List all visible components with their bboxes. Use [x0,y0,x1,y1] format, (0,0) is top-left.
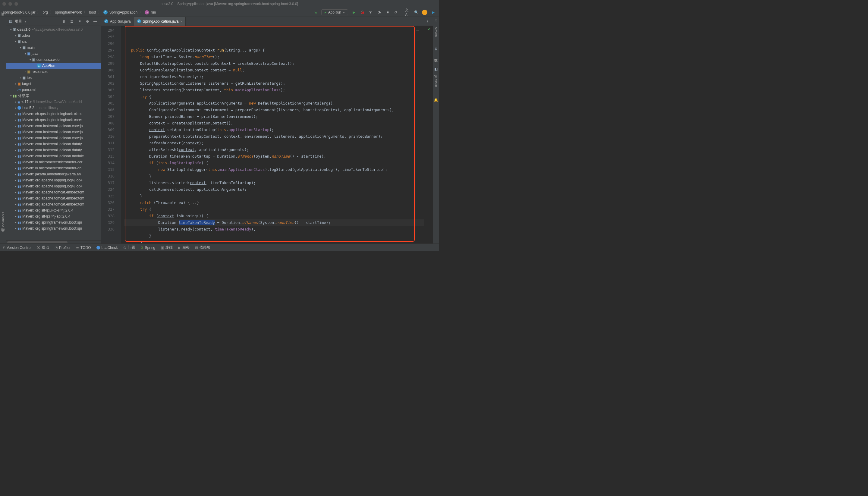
tree-lib[interactable]: ▸▮▮Maven: com.fasterxml.jackson.core:ja [6,135,101,141]
expand-all-icon[interactable]: ≣ [69,19,75,24]
tool-endpoints[interactable]: ⦿端点 [37,245,49,250]
tool-terminal[interactable]: ▣终端 [161,245,173,250]
search-icon[interactable]: 🔍 [414,10,419,15]
fold-gutter[interactable] [117,26,121,244]
left-tool-strip: 项目 Bookmarks 结构 [0,17,6,244]
stop-icon[interactable]: ■ [385,10,390,15]
tree-lib[interactable]: ▸▮▮Maven: io.micrometer:micrometer-cor [6,159,101,165]
strip-jclasslib[interactable]: jclasslib [434,75,438,87]
gear-icon[interactable]: ⚙ [85,19,90,24]
translate-icon[interactable]: 文A [405,10,410,15]
crumb[interactable]: springframework [55,10,82,14]
crumb[interactable]: spring-boot-3.0.0.jar [3,10,35,14]
collapse-all-icon[interactable]: ≡ [77,19,82,24]
tree-file[interactable]: mpom.xml [6,87,101,93]
tree-folder[interactable]: ▸▣target [6,81,101,87]
tree-lib[interactable]: ▸▮▮Maven: org.apache.tomcat.embed:tom [6,189,101,195]
tree-external-libs[interactable]: ▾▮▮外部库 [6,93,101,99]
more-icon[interactable]: ⋮ [425,19,430,24]
tree-folder[interactable]: ▸▣test [6,75,101,81]
titlebar: ossa3.0 – SpringApplication.java [Maven:… [0,0,439,8]
tree-lib[interactable]: ▸▮▮Maven: org.slf4j:jul-to-slf4j:2.0.4 [6,207,101,213]
select-opened-icon[interactable]: ⊕ [61,19,67,24]
tree-lib[interactable]: ▸▮▮Maven: org.apache.tomcat.embed:tom [6,195,101,201]
tool-spring[interactable]: ⊘Spring [140,246,156,250]
code-with-me-icon[interactable]: ▶ [430,10,436,15]
run-icon[interactable]: ▶ [351,10,357,15]
zoom-icon[interactable] [14,2,18,6]
profile-icon[interactable]: ◔ [376,10,382,15]
tree-package[interactable]: ▾▣com.ossa.web [6,57,101,63]
scrollbar-horizontal[interactable] [6,241,101,244]
tree-folder[interactable]: ▸▣resources [6,69,101,75]
tree-lib[interactable]: ▸▮▮Maven: org.apache.tomcat.embed:tom [6,201,101,207]
database-icon[interactable]: 🗄 [434,48,438,52]
vcs-update-icon[interactable]: ⟳ [393,10,399,15]
jclasslib-icon[interactable]: ◧ [434,67,438,71]
crumb[interactable]: run [151,10,156,14]
tool-dependencies[interactable]: ⊞依赖项 [195,245,211,250]
strip-maven[interactable]: Maven [434,27,438,37]
maven-icon[interactable]: m [435,18,437,22]
breadcrumb[interactable]: spring-boot-3.0.0.jar〉 org〉 springframew… [3,10,156,15]
avatar[interactable] [422,10,428,15]
tree-folder[interactable]: ▸▣.idea [6,33,101,38]
tree-lib[interactable]: ▸▮▮Maven: com.fasterxml.jackson.core:ja [6,129,101,135]
tree-folder[interactable]: ▾▣main [6,45,101,51]
tree-lib[interactable]: ▸▮▮Maven: jakarta.annotation:jakarta.an [6,171,101,177]
error-stripe[interactable]: ✔ [427,26,433,244]
hide-icon[interactable]: — [93,19,98,24]
tree-lib[interactable]: ▸▮▮Maven: org.slf4j:slf4j-api:2.0.4 [6,213,101,219]
tree-folder[interactable]: ▾▣src [6,38,101,45]
code-area[interactable]: ▭ public ConfigurableApplicationContext … [121,26,427,244]
tree-lib[interactable]: ▸▮▮Maven: com.fasterxml.jackson.module [6,153,101,159]
minimize-icon[interactable] [9,2,12,6]
tool-vcs[interactable]: ⎘Version Control [3,246,31,250]
strip-bookmarks[interactable]: Bookmarks [1,212,5,229]
tool-luacheck[interactable]: LuaCheck [96,246,118,250]
editor[interactable]: 2942952962972982993003013023033043053063… [101,26,433,244]
sidebar-title: 项目 [15,19,22,24]
tree-lib[interactable]: ▸▮▮Maven: com.fasterxml.jackson.dataty [6,147,101,153]
tool-problems[interactable]: ⊘问题 [123,245,135,250]
tree-lib[interactable]: ▸▮▮Maven: ch.qos.logback:logback-class [6,111,101,117]
tree-lib[interactable]: ▸▮▮Maven: ch.qos.logback:logback-core: [6,117,101,123]
tree-lib[interactable]: ▸▮▮Maven: com.fasterxml.jackson.core:ja [6,123,101,129]
tree-lib[interactable]: ▸▮▮Maven: org.apache.logging.log4j:log4 [6,177,101,183]
build-icon[interactable]: ↘ [313,10,318,15]
tool-services[interactable]: ▶服务 [178,245,189,250]
tree-root[interactable]: ▾▣ossa3.0~/java/java/seckill-redis/ossa3… [6,27,101,33]
tree-lib[interactable]: ▸Lua 5.3Lua std library [6,105,101,111]
close-icon[interactable] [2,2,6,6]
tree-lib[interactable]: ▸▣< 17 >/Library/Java/JavaVirtualMachi [6,99,101,105]
check-icon: ✔ [428,27,431,31]
tree-file-apprun[interactable]: CAppRun [6,63,101,69]
crumb[interactable]: org [43,10,48,14]
tree-lib[interactable]: ▸▮▮Maven: org.springframework.boot:spr [6,219,101,226]
debug-icon[interactable]: 🐞 [359,10,365,15]
tree-folder[interactable]: ▾▣java [6,51,101,57]
tool-todo[interactable]: ≣TODO [76,246,91,250]
project-tree[interactable]: ▾▣ossa3.0~/java/java/seckill-redis/ossa3… [6,26,101,241]
notifications-icon[interactable]: 🔔 [434,98,438,102]
tree-lib[interactable]: ▸▮▮Maven: org.springframework.boot:spr [6,226,101,231]
tree-lib[interactable]: ▸▮▮Maven: com.fasterxml.jackson.dataty [6,141,101,147]
crumb[interactable]: SpringApplication [109,10,137,14]
tab-apprun[interactable]: CAppRun.java [101,17,134,26]
crumb[interactable]: boot [89,10,96,14]
close-icon[interactable]: × [180,19,182,24]
tool-profiler[interactable]: ◔Profiler [55,246,71,250]
folder-icon: ▤ [9,19,12,24]
project-tool-window: ▤ 项目 ▾ ⊕ ≣ ≡ ⚙ — ▾▣ossa3.0~/java/java/se… [6,17,101,244]
tree-lib[interactable]: ▸▮▮Maven: org.apache.logging.log4j:log4 [6,183,101,189]
traffic-lights[interactable] [2,2,18,6]
reader-mode-icon[interactable]: ▭ [417,27,419,34]
tree-lib[interactable]: ▸▮▮Maven: io.micrometer:micrometer-ob [6,165,101,171]
coverage-icon[interactable]: ⛛ [368,10,373,15]
run-config-selector[interactable]: ▸ AppRun ▾ [321,9,348,15]
tab-springapplication[interactable]: CSpringApplication.java× [134,17,186,26]
navbar: spring-boot-3.0.0.jar〉 org〉 springframew… [0,8,439,17]
right-tool-strip: m Maven 🗄 数据库 ◧ jclasslib 🔔 [433,17,439,244]
bottom-tools: ⎘Version Control ⦿端点 ◔Profiler ≣TODO Lua… [0,244,439,251]
class-icon: C [137,19,141,23]
